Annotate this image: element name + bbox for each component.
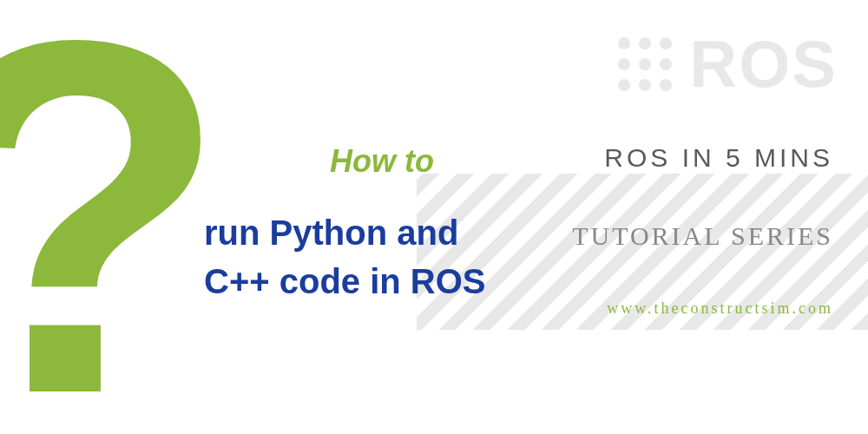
ros-logo-text: ROS [689,26,838,102]
dot-icon [618,79,630,91]
dot-icon [660,58,672,70]
tutorial-series-label: TUTORIAL SERIES [572,221,833,251]
dot-icon [639,37,651,49]
dot-icon [618,58,630,70]
dot-icon [639,79,651,91]
main-title-line2: C++ code in ROS [204,257,486,306]
ros-dots-icon [618,37,672,91]
dot-icon [618,37,630,49]
website-url: www.theconstructsim.com [607,299,833,318]
ros-logo: ROS [618,26,838,102]
main-title: run Python and C++ code in ROS [204,208,486,306]
series-name-label: ROS IN 5 MINS [604,143,833,173]
main-title-line1: run Python and [204,208,486,257]
question-mark-graphic: ? [0,0,229,434]
dot-icon [660,37,672,49]
dot-icon [660,79,672,91]
how-to-label: How to [330,143,434,180]
dot-icon [639,58,651,70]
